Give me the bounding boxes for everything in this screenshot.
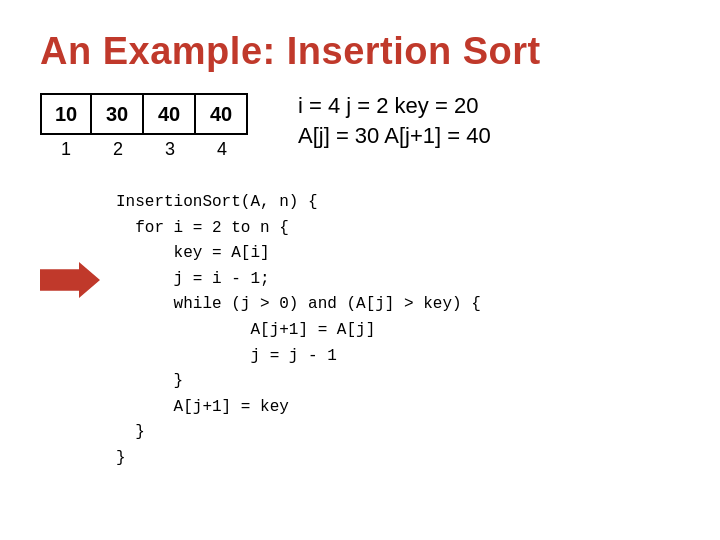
page-title: An Example: Insertion Sort [40,30,680,73]
array-cells: 10 30 40 40 [40,93,248,135]
arrow-container [40,190,100,298]
left-col: 10 30 40 40 1 2 3 4 [40,93,248,160]
info-line1: i = 4 j = 2 key = 20 [298,93,491,119]
page: An Example: Insertion Sort 10 30 40 40 1… [0,0,720,540]
array-container: 10 30 40 40 1 2 3 4 [40,93,248,160]
code-section: InsertionSort(A, n) { for i = 2 to n { k… [40,190,680,472]
cell-0: 10 [40,93,92,135]
info-box: i = 4 j = 2 key = 20 A[j] = 30 A[j+1] = … [278,93,491,149]
cell-2: 40 [144,93,196,135]
cell-1: 30 [92,93,144,135]
index-1: 2 [92,139,144,160]
array-indices: 1 2 3 4 [40,139,248,160]
cell-3: 40 [196,93,248,135]
code-block: InsertionSort(A, n) { for i = 2 to n { k… [116,190,481,472]
index-3: 4 [196,139,248,160]
red-arrow-icon [40,262,100,298]
index-2: 3 [144,139,196,160]
index-0: 1 [40,139,92,160]
content-row: 10 30 40 40 1 2 3 4 i = 4 j = 2 key = 20… [40,93,680,160]
info-line2: A[j] = 30 A[j+1] = 40 [298,123,491,149]
